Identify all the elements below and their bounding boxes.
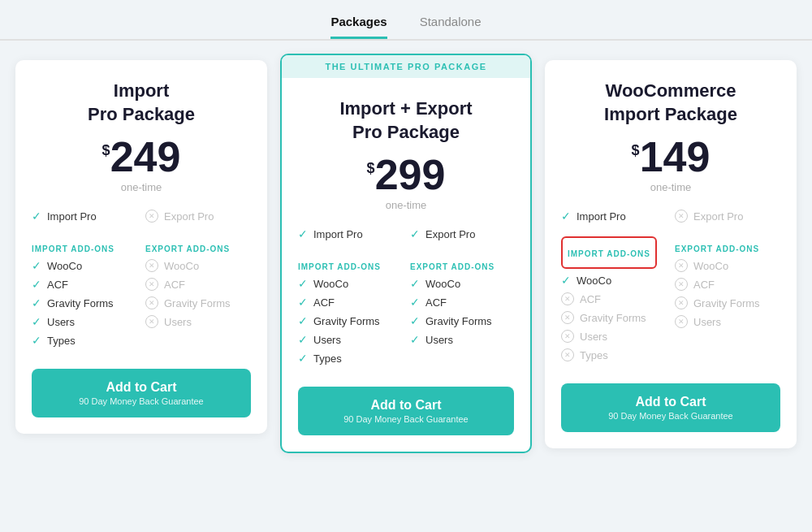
price-amount: 299: [375, 151, 446, 198]
pricing-card-woocommerce-import-package: WooCommerceImport Package $149 one-time …: [545, 60, 797, 448]
import-addon-item: ✓ WooCo: [32, 259, 137, 272]
import-addon-item: ✕ Gravity Forms: [561, 311, 667, 324]
addon-label: Gravity Forms: [313, 315, 380, 327]
export-addon-item: ✕ ACF: [145, 278, 251, 291]
export-addon-item: ✕ WooCo: [145, 259, 251, 272]
card-title: Import + ExportPro Package: [298, 97, 514, 144]
btn-sub-text: 90 Day Money Back Guarantee: [298, 414, 514, 430]
addon-label: Users: [580, 331, 607, 343]
tab-standalone[interactable]: Standalone: [420, 15, 482, 39]
feature-label: Import Pro: [577, 210, 626, 223]
x-icon: ✕: [675, 210, 688, 223]
feature-item: ✓ Import Pro: [32, 210, 137, 223]
check-icon: ✓: [298, 227, 308, 240]
check-icon: ✓: [410, 314, 420, 327]
price-amount: 249: [110, 133, 181, 180]
addon-label: WooCo: [313, 278, 348, 290]
import-addon-item: ✓ WooCo: [561, 274, 667, 287]
top-features-left: ✓ Import Pro: [32, 210, 137, 228]
x-icon: ✕: [145, 296, 158, 309]
addon-label: WooCo: [425, 278, 460, 290]
export-addon-item: ✕ Users: [675, 315, 780, 328]
top-features-row: ✓ Import Pro ✕ Export Pro: [15, 210, 267, 228]
x-icon: ✕: [675, 259, 688, 272]
addon-label: ACF: [580, 293, 601, 305]
feature-columns: IMPORT ADD-ONS ✓ WooCo ✕ ACF ✕ Gravity F…: [561, 236, 780, 367]
check-icon: ✓: [32, 210, 41, 223]
import-addon-item: ✓ WooCo: [298, 277, 402, 290]
export-addons-label: EXPORT ADD-ONS: [410, 262, 514, 271]
card-title: WooCommerceImport Package: [561, 80, 780, 126]
export-addon-item: ✕ Users: [145, 315, 251, 328]
feature-item: ✓ Export Pro: [410, 227, 514, 240]
feature-item: ✓ Import Pro: [298, 227, 402, 240]
export-addon-item: ✓ Gravity Forms: [410, 314, 514, 327]
addon-label: Users: [693, 316, 721, 328]
export-addon-item: ✓ Users: [410, 333, 514, 346]
export-addons-col: EXPORT ADD-ONS ✕ WooCo ✕ ACF ✕ Gravity F…: [145, 236, 251, 353]
price-term: one-time: [561, 181, 780, 193]
add-to-cart-button[interactable]: Add to Cart 90 Day Money Back Guarantee: [561, 383, 780, 432]
export-addon-item: ✓ ACF: [410, 296, 514, 309]
check-icon: ✓: [32, 278, 41, 291]
import-addons-col: IMPORT ADD-ONS ✓ WooCo ✓ ACF ✓ Gravity F…: [32, 236, 137, 353]
packages-section: ImportPro Package $249 one-time ✓ Import…: [8, 60, 804, 453]
addons-section: IMPORT ADD-ONS ✓ WooCo ✕ ACF ✕ Gravity F…: [545, 236, 797, 367]
feature-label: Import Pro: [47, 210, 97, 223]
tabs-container: Packages Standalone: [0, 0, 812, 39]
check-icon: ✓: [561, 210, 571, 223]
import-addon-item: ✓ Users: [298, 333, 402, 346]
addon-label: WooCo: [693, 260, 728, 272]
x-icon: ✕: [675, 296, 688, 309]
export-addon-item: ✓ WooCo: [410, 277, 514, 290]
export-addon-item: ✕ WooCo: [675, 259, 780, 272]
import-addon-item: ✕ Types: [561, 348, 667, 361]
addon-label: Types: [580, 349, 608, 361]
feature-label: Import Pro: [313, 228, 363, 240]
check-icon: ✓: [32, 315, 41, 328]
add-to-cart-button[interactable]: Add to Cart 90 Day Money Back Guarantee: [32, 369, 251, 417]
feature-label: Export Pro: [693, 210, 743, 223]
check-icon: ✓: [410, 296, 420, 309]
import-addons-label: IMPORT ADD-ONS: [568, 249, 650, 258]
x-icon: ✕: [561, 348, 574, 361]
add-to-cart-button[interactable]: Add to Cart 90 Day Money Back Guarantee: [298, 387, 514, 435]
price-row: $299: [298, 154, 514, 196]
import-addon-item: ✕ ACF: [561, 292, 667, 305]
x-icon: ✕: [561, 292, 574, 305]
card-footer: [545, 432, 797, 448]
import-addons-label: IMPORT ADD-ONS: [32, 244, 137, 253]
x-icon: ✕: [145, 259, 158, 272]
addon-label: Gravity Forms: [47, 297, 114, 309]
feature-item: ✓ Import Pro: [561, 210, 667, 223]
btn-sub-text: 90 Day Money Back Guarantee: [32, 396, 251, 413]
feature-columns: IMPORT ADD-ONS ✓ WooCo ✓ ACF ✓ Gravity F…: [298, 254, 514, 370]
pricing-card-import-pro-package: ImportPro Package $249 one-time ✓ Import…: [15, 60, 267, 434]
top-features-right: ✕ Export Pro: [145, 210, 251, 228]
tab-packages[interactable]: Packages: [330, 15, 387, 39]
tab-underline: [0, 39, 812, 41]
check-icon: ✓: [298, 277, 308, 290]
check-icon: ✓: [298, 296, 308, 309]
pricing-card-import-export-pro-package: THE ULTIMATE PRO PACKAGEImport + ExportP…: [280, 54, 532, 453]
addon-label: ACF: [425, 296, 447, 309]
x-icon: ✕: [561, 311, 574, 324]
check-icon: ✓: [32, 259, 41, 272]
export-addon-item: ✕ Gravity Forms: [675, 296, 780, 309]
addon-label: Users: [47, 316, 75, 328]
top-features-right: ✕ Export Pro: [675, 210, 780, 228]
import-addons-col: IMPORT ADD-ONS ✓ WooCo ✓ ACF ✓ Gravity F…: [298, 254, 402, 370]
feature-label: Export Pro: [164, 210, 214, 223]
card-body: ImportPro Package $249 one-time: [15, 60, 267, 210]
price-symbol: $: [632, 142, 640, 158]
import-addons-col: IMPORT ADD-ONS ✓ WooCo ✕ ACF ✕ Gravity F…: [561, 236, 667, 367]
check-icon: ✓: [410, 227, 420, 240]
import-addons-highlight-box: IMPORT ADD-ONS: [561, 236, 657, 269]
card-title: ImportPro Package: [32, 80, 251, 126]
addon-label: Types: [47, 335, 76, 347]
export-addons-col: EXPORT ADD-ONS ✓ WooCo ✓ ACF ✓ Gravity F…: [410, 254, 514, 370]
addon-label: WooCo: [577, 275, 611, 287]
x-icon: ✕: [145, 210, 158, 223]
addon-label: Types: [313, 353, 342, 365]
price-row: $149: [561, 136, 780, 178]
